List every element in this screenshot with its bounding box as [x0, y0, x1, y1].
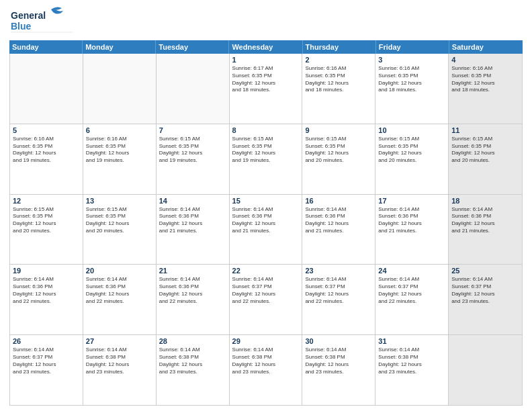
cal-cell: 2Sunrise: 6:16 AM Sunset: 6:35 PM Daylig… — [302, 54, 375, 124]
day-number: 10 — [378, 126, 445, 134]
day-info: Sunrise: 6:14 AM Sunset: 6:37 PM Dayligh… — [305, 276, 372, 305]
day-number: 23 — [305, 267, 372, 275]
day-number: 18 — [451, 197, 519, 205]
day-number: 19 — [13, 267, 80, 275]
day-number: 22 — [232, 267, 300, 275]
day-info: Sunrise: 6:14 AM Sunset: 6:36 PM Dayligh… — [232, 206, 300, 235]
day-info: Sunrise: 6:16 AM Sunset: 6:35 PM Dayligh… — [451, 65, 519, 94]
cal-cell: 18Sunrise: 6:14 AM Sunset: 6:36 PM Dayli… — [449, 195, 522, 265]
day-number: 24 — [378, 267, 445, 275]
header: General Blue — [9, 7, 523, 36]
day-number: 26 — [13, 337, 80, 345]
cal-cell — [83, 54, 157, 124]
day-info: Sunrise: 6:16 AM Sunset: 6:35 PM Dayligh… — [86, 136, 153, 165]
week-row-5: 26Sunrise: 6:14 AM Sunset: 6:37 PM Dayli… — [10, 335, 522, 405]
day-number: 20 — [86, 267, 153, 275]
day-number: 8 — [232, 126, 300, 134]
cal-cell: 29Sunrise: 6:14 AM Sunset: 6:38 PM Dayli… — [230, 335, 303, 405]
day-number: 2 — [305, 56, 372, 64]
day-info: Sunrise: 6:16 AM Sunset: 6:35 PM Dayligh… — [13, 136, 80, 165]
day-info: Sunrise: 6:15 AM Sunset: 6:35 PM Dayligh… — [86, 206, 153, 235]
cal-cell: 1Sunrise: 6:17 AM Sunset: 6:35 PM Daylig… — [230, 54, 303, 124]
day-number: 11 — [451, 126, 519, 134]
day-number: 5 — [13, 126, 80, 134]
day-number: 29 — [232, 337, 300, 345]
page-container: General Blue SundayMondayTuesdayWednesda… — [0, 0, 532, 411]
cal-cell: 12Sunrise: 6:15 AM Sunset: 6:35 PM Dayli… — [10, 195, 83, 265]
day-info: Sunrise: 6:14 AM Sunset: 6:36 PM Dayligh… — [86, 276, 153, 305]
cal-cell: 7Sunrise: 6:15 AM Sunset: 6:35 PM Daylig… — [157, 124, 230, 194]
cal-cell: 31Sunrise: 6:14 AM Sunset: 6:38 PM Dayli… — [375, 335, 449, 405]
calendar-body: 1Sunrise: 6:17 AM Sunset: 6:35 PM Daylig… — [9, 54, 523, 406]
day-header-wednesday: Wednesday — [229, 40, 302, 54]
day-info: Sunrise: 6:15 AM Sunset: 6:35 PM Dayligh… — [378, 136, 445, 165]
day-info: Sunrise: 6:14 AM Sunset: 6:36 PM Dayligh… — [159, 206, 226, 235]
day-number: 9 — [305, 126, 372, 134]
day-number: 6 — [86, 126, 153, 134]
svg-text:Blue: Blue — [11, 21, 32, 32]
cal-cell: 21Sunrise: 6:14 AM Sunset: 6:36 PM Dayli… — [157, 265, 230, 334]
week-row-3: 12Sunrise: 6:15 AM Sunset: 6:35 PM Dayli… — [10, 195, 522, 265]
cal-cell: 30Sunrise: 6:14 AM Sunset: 6:38 PM Dayli… — [302, 335, 375, 405]
day-number: 17 — [378, 197, 445, 205]
day-number: 16 — [305, 197, 372, 205]
svg-text:General: General — [11, 10, 46, 21]
cal-cell: 11Sunrise: 6:15 AM Sunset: 6:35 PM Dayli… — [449, 124, 522, 194]
cal-cell: 9Sunrise: 6:15 AM Sunset: 6:35 PM Daylig… — [302, 124, 375, 194]
day-info: Sunrise: 6:14 AM Sunset: 6:36 PM Dayligh… — [13, 276, 80, 305]
cal-cell: 6Sunrise: 6:16 AM Sunset: 6:35 PM Daylig… — [83, 124, 157, 194]
day-info: Sunrise: 6:14 AM Sunset: 6:38 PM Dayligh… — [86, 347, 153, 375]
cal-cell: 26Sunrise: 6:14 AM Sunset: 6:37 PM Dayli… — [10, 335, 83, 405]
day-info: Sunrise: 6:14 AM Sunset: 6:36 PM Dayligh… — [305, 206, 372, 235]
day-number: 4 — [451, 56, 519, 64]
cal-cell: 24Sunrise: 6:14 AM Sunset: 6:37 PM Dayli… — [375, 265, 449, 334]
day-info: Sunrise: 6:14 AM Sunset: 6:36 PM Dayligh… — [159, 276, 226, 305]
cal-cell: 15Sunrise: 6:14 AM Sunset: 6:36 PM Dayli… — [230, 195, 303, 265]
week-row-2: 5Sunrise: 6:16 AM Sunset: 6:35 PM Daylig… — [10, 124, 522, 195]
cal-cell: 20Sunrise: 6:14 AM Sunset: 6:36 PM Dayli… — [83, 265, 157, 334]
week-row-4: 19Sunrise: 6:14 AM Sunset: 6:36 PM Dayli… — [10, 265, 522, 335]
cal-cell — [10, 54, 83, 124]
day-number: 12 — [13, 197, 80, 205]
day-info: Sunrise: 6:14 AM Sunset: 6:37 PM Dayligh… — [451, 276, 519, 305]
day-header-friday: Friday — [376, 40, 449, 54]
day-header-tuesday: Tuesday — [156, 40, 229, 54]
day-info: Sunrise: 6:15 AM Sunset: 6:35 PM Dayligh… — [13, 206, 80, 235]
day-number: 28 — [159, 337, 226, 345]
day-number: 31 — [378, 337, 445, 345]
day-number: 1 — [232, 56, 300, 64]
calendar-header: SundayMondayTuesdayWednesdayThursdayFrid… — [9, 40, 523, 54]
day-info: Sunrise: 6:17 AM Sunset: 6:35 PM Dayligh… — [232, 65, 300, 94]
cal-cell: 19Sunrise: 6:14 AM Sunset: 6:36 PM Dayli… — [10, 265, 83, 334]
day-info: Sunrise: 6:14 AM Sunset: 6:38 PM Dayligh… — [159, 347, 226, 375]
day-info: Sunrise: 6:15 AM Sunset: 6:35 PM Dayligh… — [451, 136, 519, 165]
day-number: 21 — [159, 267, 226, 275]
week-row-1: 1Sunrise: 6:17 AM Sunset: 6:35 PM Daylig… — [10, 54, 522, 124]
cal-cell: 22Sunrise: 6:14 AM Sunset: 6:37 PM Dayli… — [230, 265, 303, 334]
day-number: 3 — [378, 56, 445, 64]
day-number: 7 — [159, 126, 226, 134]
cal-cell: 5Sunrise: 6:16 AM Sunset: 6:35 PM Daylig… — [10, 124, 83, 194]
day-info: Sunrise: 6:14 AM Sunset: 6:38 PM Dayligh… — [305, 347, 372, 375]
cal-cell: 27Sunrise: 6:14 AM Sunset: 6:38 PM Dayli… — [83, 335, 157, 405]
cal-cell: 8Sunrise: 6:15 AM Sunset: 6:35 PM Daylig… — [230, 124, 303, 194]
logo: General Blue — [9, 7, 77, 36]
day-number: 14 — [159, 197, 226, 205]
cal-cell — [449, 335, 522, 405]
day-info: Sunrise: 6:16 AM Sunset: 6:35 PM Dayligh… — [378, 65, 445, 94]
day-info: Sunrise: 6:16 AM Sunset: 6:35 PM Dayligh… — [305, 65, 372, 94]
cal-cell: 13Sunrise: 6:15 AM Sunset: 6:35 PM Dayli… — [83, 195, 157, 265]
cal-cell: 14Sunrise: 6:14 AM Sunset: 6:36 PM Dayli… — [157, 195, 230, 265]
day-number: 25 — [451, 267, 519, 275]
cal-cell: 23Sunrise: 6:14 AM Sunset: 6:37 PM Dayli… — [302, 265, 375, 334]
cal-cell — [157, 54, 230, 124]
day-info: Sunrise: 6:14 AM Sunset: 6:38 PM Dayligh… — [378, 347, 445, 375]
day-header-sunday: Sunday — [9, 40, 83, 54]
cal-cell: 17Sunrise: 6:14 AM Sunset: 6:36 PM Dayli… — [375, 195, 449, 265]
day-info: Sunrise: 6:14 AM Sunset: 6:36 PM Dayligh… — [378, 206, 445, 235]
cal-cell: 10Sunrise: 6:15 AM Sunset: 6:35 PM Dayli… — [375, 124, 449, 194]
day-header-monday: Monday — [83, 40, 156, 54]
day-info: Sunrise: 6:15 AM Sunset: 6:35 PM Dayligh… — [305, 136, 372, 165]
cal-cell: 28Sunrise: 6:14 AM Sunset: 6:38 PM Dayli… — [157, 335, 230, 405]
day-header-saturday: Saturday — [449, 40, 523, 54]
